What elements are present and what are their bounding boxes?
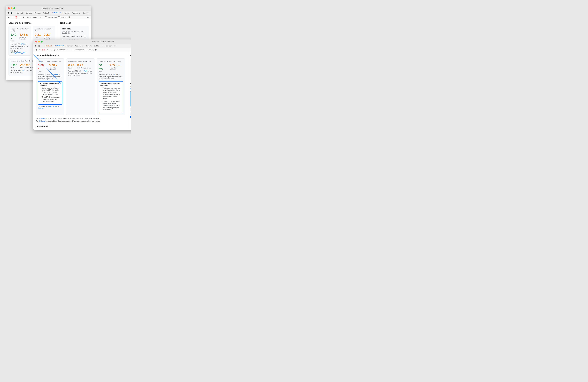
bg-inspect-icon[interactable]: ⊡ (7, 12, 10, 14)
fg-rec-sep (70, 49, 70, 51)
fg-maximize-button[interactable] (41, 41, 42, 42)
bg-lcp-title: Largest Contentful Paint (LCP) (10, 28, 29, 32)
bg-lcp-field: 3.48 s Field 75th Percentile (20, 33, 29, 42)
bg-field-data-title: Field data (62, 28, 87, 30)
fg-memory-label[interactable]: Memory (85, 49, 94, 51)
fg-lcp-local: 6.88 s Local (38, 63, 46, 72)
bg-close-button[interactable] (8, 7, 10, 9)
fg-inp-title: Interaction to Next Paint (INP) (99, 60, 123, 62)
fg-env-settings: Environment settings Use the device tool… (130, 83, 131, 118)
fg-tab-recorder[interactable]: Recorder (104, 45, 113, 47)
fg-titlebar: DevTools - fonts.google.com/ (33, 40, 131, 44)
bg-url-label: URL: https://fonts.google.com/ (62, 36, 83, 37)
bg-rec-settings: ⚙ (87, 16, 90, 19)
bg-tab-sources[interactable]: Sources (34, 12, 42, 14)
bg-tab-more[interactable]: >> (90, 12, 91, 14)
bg-record-btn[interactable]: ⏺ (8, 16, 10, 19)
bg-minimize-button[interactable] (11, 7, 12, 9)
bg-rec-gear-icon[interactable]: ⚙ (87, 16, 90, 19)
fg-env-title: Environment settings (130, 83, 131, 85)
bg-screenshots-checkbox[interactable] (45, 16, 47, 18)
bg-refresh-btn[interactable]: ↺ (11, 16, 14, 19)
fg-lcp-field-label: Field 75th percentile (49, 67, 63, 70)
bg-lcp-link[interactable]: 1.42 s (21, 43, 25, 45)
fg-lcp-value-link[interactable]: 6.88 s (54, 74, 58, 76)
fg-inp-card: Interaction to Next Paint (INP) 40 ms Lo… (97, 59, 125, 115)
fg-tab-application[interactable]: Application (74, 45, 84, 47)
fg-network-select[interactable]: Network: Slow 4G No throttling Fast 4G (130, 112, 131, 115)
fg-clear-btn[interactable]: 🚫 (42, 49, 45, 51)
bg-tab-console[interactable]: Console (25, 12, 33, 14)
fg-cls-local-value: 0.23 (68, 63, 74, 67)
fg-tab-more[interactable]: >> (113, 45, 117, 47)
fg-simulate-link[interactable]: Use the device toolbar to simulate diffe… (130, 86, 131, 90)
bg-clear-btn[interactable]: 🚫 (15, 16, 17, 19)
fg-inspect-icon[interactable]: ⊡ (35, 45, 37, 47)
fg-inp-value-link[interactable]: 40 ms (114, 74, 118, 76)
fg-section-title: Local and field metrics (36, 54, 125, 57)
fg-cls-value-link[interactable]: 0.23 (84, 70, 87, 72)
fg-lcp-values: 6.88 s Local 3.48 s Field 75th percentil… (38, 63, 63, 72)
fg-metrics-grid: Largest Contentful Paint (LCP) 6.88 s Lo… (36, 59, 125, 115)
fg-inp-consider-list: Real users may experience longer interac… (100, 87, 121, 111)
fg-local-metrics-link[interactable]: local metrics (39, 118, 47, 120)
bg-url-row: URL: https://fonts.google.com/ ▾ (62, 35, 87, 38)
fg-minimize-button[interactable] (38, 41, 40, 42)
fg-screenshots-label[interactable]: Screenshots (72, 49, 84, 51)
fg-inp-desc: Your local INP value of 40 ms is good, b… (99, 74, 123, 80)
bg-tab-elements[interactable]: Elements (16, 12, 24, 14)
bg-screenshots-label[interactable]: Screenshots (45, 16, 57, 18)
foreground-window: DevTools - fonts.google.com/ ⊡ 📱 ⚠ Netwo… (33, 40, 131, 130)
fg-network-row: Network: Slow 4G No throttling Fast 4G (130, 112, 131, 115)
fg-inp-local-value: 40 ms (99, 63, 107, 71)
bg-tab-security[interactable]: Security (82, 12, 90, 14)
fg-interactions-icon: ⊘ (49, 125, 51, 127)
fg-screenshots-checkbox[interactable] (72, 49, 74, 51)
fg-record-btn[interactable]: ⏺ (35, 49, 37, 51)
bg-lcp-element-link[interactable]: div.tile__text.tile__edu... (10, 52, 27, 54)
fg-disable-cache-row: Disable network cache ? (130, 116, 131, 118)
bg-tab-memory[interactable]: Memory (63, 12, 71, 14)
bg-device-icon[interactable]: 📱 (10, 12, 13, 14)
bg-cls-field: 0.22 Field 75th Percentile (44, 33, 53, 40)
bg-cls-values: 0.21 Local 0.22 Field 75th Percentile (35, 33, 53, 40)
fg-tab-memory[interactable]: Memory (66, 45, 74, 47)
fg-memory-checkbox[interactable] (85, 49, 87, 51)
bg-lcp-card: Largest Contentful Paint (LCP) 1.42 s Lo… (8, 26, 31, 56)
fg-inp-field-value: 255 ms (110, 63, 123, 67)
bg-download-btn[interactable]: ⬇ (22, 16, 25, 19)
bg-inp-field-label: Field 75th Percentile (20, 67, 34, 68)
bg-memory-label[interactable]: Memory (58, 16, 66, 18)
fg-tab-performance[interactable]: Performance (54, 44, 65, 47)
fg-close-button[interactable] (35, 41, 37, 42)
fg-field-data-link[interactable]: field data (39, 120, 45, 122)
bg-url-dropdown[interactable]: ▾ (84, 35, 86, 38)
fg-download-btn[interactable]: ⬇ (49, 49, 52, 51)
fg-cpu-select[interactable]: CPU: No throttling 4x slowdown 6x slowdo… (130, 108, 131, 111)
fg-tab-security[interactable]: Security (85, 45, 93, 47)
fg-inp-consider-item-1: Real users may experience longer interac… (103, 87, 121, 100)
bg-upload-btn[interactable]: ⬆ (19, 16, 21, 19)
fg-sep-1 (42, 45, 42, 47)
bg-tab-performance[interactable]: Performance (51, 12, 62, 14)
bg-lcp-desc: Your local LCP 1.42 s is good, and is si… (10, 43, 29, 49)
bg-memory-checkbox[interactable] (58, 16, 60, 18)
bg-inp-link[interactable]: 8 ms (21, 70, 24, 71)
bg-tab-network[interactable]: Network (42, 12, 50, 14)
fg-window-title: DevTools - fonts.google.com/ (44, 41, 131, 42)
fg-disable-cache-checkbox[interactable] (130, 116, 131, 118)
bg-maximize-button[interactable] (13, 7, 15, 9)
fg-upload-btn[interactable]: ⬆ (46, 49, 48, 51)
bg-titlebar: DevTools - fonts.google.com/ (6, 6, 91, 10)
fg-inp-consider-item-2: How a user interacts with the page influ… (103, 100, 121, 111)
bg-window-title: DevTools - fonts.google.com/ (16, 7, 89, 9)
fg-inp-consider-title[interactable]: ▼ Consider your local test conditions (100, 83, 121, 86)
fg-tab-network[interactable]: ⚠ Network (43, 45, 53, 47)
fg-left-panel: Local and field metrics Largest Contentf… (33, 52, 127, 130)
fg-tab-lighthouse[interactable]: Lighthouse (93, 45, 103, 47)
fg-interactions-title: Interactions (36, 125, 48, 127)
fg-lcp-consider-title[interactable]: ▼ Consider your local test conditions (40, 83, 61, 86)
fg-refresh-btn[interactable]: ↺ (39, 49, 41, 51)
fg-device-icon[interactable]: 📱 (38, 45, 41, 47)
bg-tab-application[interactable]: Application (71, 12, 81, 14)
